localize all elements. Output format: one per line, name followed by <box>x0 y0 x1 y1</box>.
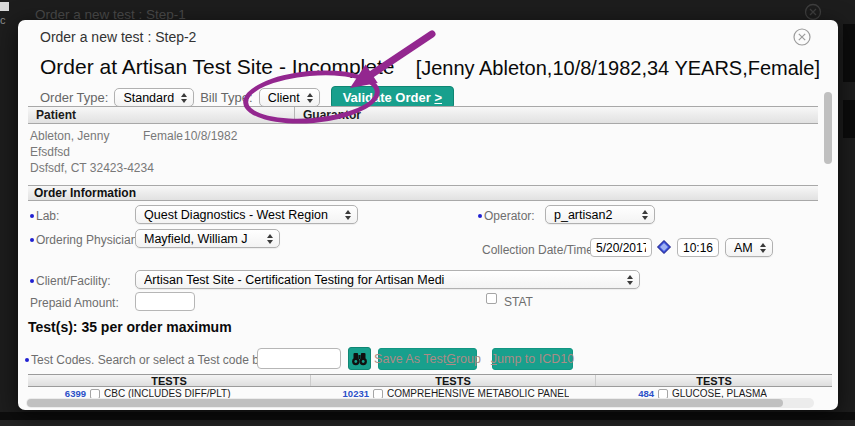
patient-address-line2: Dsfsdf, CT 32423-4234 <box>30 161 154 175</box>
validate-order-label: Validate Order <box>343 90 431 105</box>
page-title: Order at Artisan Test Site - Incomplete <box>40 55 394 79</box>
horizontal-scrollbar-thumb[interactable] <box>27 399 783 407</box>
patient-name: Ableton, Jenny <box>30 129 109 143</box>
backdrop-fragment <box>843 24 855 82</box>
patient-summary: [Jenny Ableton,10/8/1982,34 YEARS,Female… <box>416 57 820 80</box>
test-checkbox[interactable] <box>90 389 100 399</box>
tests-column-header: TESTS <box>311 375 596 386</box>
lab-select[interactable]: Quest Diagnostics - West Region <box>135 205 358 224</box>
order-type-label: Order Type: <box>40 90 108 105</box>
required-bullet-icon <box>478 214 482 218</box>
patient-column-header: Patient <box>28 107 295 123</box>
save-group-accesskey: G <box>446 352 456 366</box>
select-stepper-icon <box>345 210 351 220</box>
backdrop-bottom-bar-light <box>0 420 855 426</box>
order-type-value: Standard <box>123 91 174 105</box>
validate-order-arrow: > <box>434 90 442 105</box>
select-stepper-icon <box>307 93 313 103</box>
tests-column-header: TESTS <box>596 375 832 386</box>
order-step2-dialog: Order a new test : Step-2 Order at Artis… <box>18 20 838 410</box>
order-information-header: Order Information <box>28 185 818 201</box>
required-bullet-icon <box>25 358 29 362</box>
binoculars-icon <box>351 352 368 366</box>
client-facility-select[interactable]: Artisan Test Site - Certification Testin… <box>135 270 640 289</box>
stat-checkbox[interactable] <box>486 293 497 304</box>
test-checkbox[interactable] <box>658 389 668 399</box>
bill-type-select[interactable]: Client <box>259 88 320 107</box>
test-checkbox[interactable] <box>373 389 383 399</box>
vertical-scrollbar-thumb[interactable] <box>824 92 832 164</box>
ordering-physician-value: Mayfield, William J <box>144 232 260 246</box>
operator-value: p_artisan2 <box>554 208 635 222</box>
lab-label: Lab: <box>30 209 59 223</box>
patient-table-header: Patient Guarantor <box>28 106 818 124</box>
prepaid-amount-input[interactable] <box>135 292 195 311</box>
order-type-select[interactable]: Standard <box>114 88 194 107</box>
ordering-physician-select[interactable]: Mayfield, William J <box>135 229 280 248</box>
collection-ampm-select[interactable]: AM <box>725 238 773 257</box>
search-tests-button[interactable] <box>348 347 371 370</box>
select-stepper-icon <box>181 93 187 103</box>
client-facility-value: Artisan Test Site - Certification Testin… <box>144 273 620 287</box>
operator-select[interactable]: p_artisan2 <box>545 205 655 224</box>
test-code-search-input[interactable] <box>257 348 341 369</box>
collection-ampm-value: AM <box>734 241 753 255</box>
backdrop-fragment <box>843 100 855 138</box>
patient-address-line1: Efsdfsd <box>30 145 70 159</box>
lab-value: Quest Diagnostics - West Region <box>144 208 338 222</box>
select-stepper-icon <box>627 275 633 285</box>
select-stepper-icon <box>267 234 273 244</box>
date-picker-icon[interactable] <box>657 240 671 258</box>
patient-gender: Female <box>143 129 183 143</box>
backdrop-fragment-text: c <box>0 14 6 26</box>
backdrop-fragment <box>0 2 9 11</box>
save-group-label-pre: Save As Test <box>374 352 446 366</box>
ordering-physician-label: Ordering Physician: <box>30 233 141 247</box>
save-as-test-group-button[interactable]: Save As Test Group <box>378 348 477 370</box>
horizontal-scrollbar-track[interactable] <box>26 398 814 408</box>
save-group-label-post: roup <box>456 352 481 366</box>
required-bullet-icon <box>30 214 34 218</box>
tests-column-header: TESTS <box>28 375 311 386</box>
stat-label: STAT <box>504 295 533 309</box>
tests-table-header: TESTS TESTS TESTS <box>28 374 832 387</box>
patient-dob: 10/8/1982 <box>184 129 237 143</box>
dialog-title: Order a new test : Step-2 <box>40 29 196 45</box>
tests-section-heading: Test(s): 35 per order maximum <box>28 319 232 335</box>
jump-label-post: ump to ICD10 <box>497 352 574 366</box>
collection-time-input[interactable] <box>677 238 719 257</box>
guarantor-column-header: Guarantor <box>295 107 818 123</box>
bill-type-value: Client <box>268 91 300 105</box>
test-codes-label: Test Codes. Search or select a Test code… <box>25 353 284 367</box>
dialog-close-icon[interactable] <box>792 27 812 51</box>
prepaid-amount-label: Prepaid Amount: <box>30 296 119 310</box>
required-bullet-icon <box>30 279 34 283</box>
operator-label: Operator: <box>478 209 535 223</box>
bill-type-label: Bill Type: <box>200 90 253 105</box>
select-stepper-icon <box>642 210 648 220</box>
backdrop-bottom-bar <box>0 412 855 420</box>
jump-to-icd10-button[interactable]: Jump to ICD10 <box>492 348 573 370</box>
required-bullet-icon <box>30 238 34 242</box>
collection-date-input[interactable] <box>590 238 652 257</box>
select-stepper-icon <box>760 243 766 253</box>
collection-datetime-label: Collection Date/Time: <box>482 243 596 257</box>
client-facility-label: Client/Facility: <box>30 274 111 288</box>
